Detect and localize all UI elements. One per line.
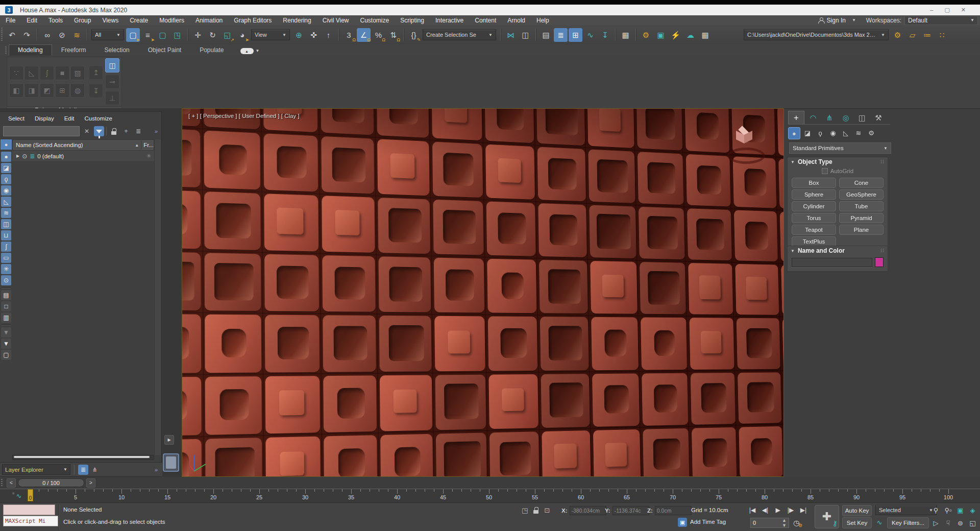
select-and-move-button[interactable]: ✛	[191, 28, 205, 42]
bind-to-space-warp-button[interactable]: ≋	[70, 28, 84, 42]
space-warps-category-button[interactable]: ≋	[853, 127, 864, 138]
display-hidden-toggle[interactable]: ⊙	[1, 275, 11, 285]
subobject-vertex-button[interactable]: ∵	[9, 66, 23, 80]
mirror-button[interactable]: ⋈	[504, 28, 518, 42]
menu-tools[interactable]: Tools	[43, 15, 68, 25]
minimize-button[interactable]: –	[930, 7, 933, 13]
key-filters-button[interactable]: Key Filters...	[887, 517, 929, 528]
display-tab[interactable]: ◫	[854, 111, 870, 124]
display-links-toggle[interactable]: ʃ	[1, 242, 11, 252]
toggle-scene-explorer-button[interactable]: ▤	[539, 28, 553, 42]
expand-arrow-icon[interactable]: ▶	[16, 154, 19, 158]
explorer-menu-edit[interactable]: Edit	[59, 113, 80, 123]
toggle-ribbon-button[interactable]: ⊞	[569, 28, 582, 42]
rollout-grip-icon[interactable]: ⁞⁞	[880, 159, 885, 164]
name-color-header[interactable]: ▼ Name and Color ⁞⁞	[788, 246, 888, 255]
display-cameras-toggle[interactable]: ◉	[1, 185, 11, 196]
select-and-place-button[interactable]: ◕➤	[235, 28, 249, 42]
go-to-end-button[interactable]: ▶|	[797, 504, 810, 516]
name-column-header[interactable]: Name (Sorted Ascending)	[16, 142, 83, 148]
zoom-extents-button[interactable]: ▣	[954, 504, 966, 516]
select-and-manipulate-button[interactable]: ✜	[307, 28, 321, 42]
redo-button[interactable]: ↷	[20, 28, 34, 42]
sign-in-caret-icon[interactable]: ▼	[852, 18, 856, 22]
select-object-button[interactable]: ▢➤	[126, 28, 140, 42]
zoom-extents-all-button[interactable]: ◈	[967, 504, 978, 516]
primitive-cylinder-button[interactable]: Cylinder	[792, 201, 836, 211]
primitive-tube-button[interactable]: Tube	[839, 201, 884, 211]
pan-button[interactable]: ☟	[942, 517, 954, 528]
rollout-grip-icon[interactable]: ⁞⁞	[880, 248, 885, 253]
project-folder-dropdown[interactable]: C:\Users\jackd\OneDrive\Documentos\3ds M…	[744, 29, 889, 40]
curve-editor-button[interactable]: ∿	[583, 28, 597, 42]
reference-coordinate-system-dropdown[interactable]: View▼	[251, 29, 290, 40]
menu-create[interactable]: Create	[124, 15, 154, 25]
time-slider-marker[interactable]: 0	[28, 489, 33, 501]
snaps-toggle-3d-button[interactable]: 3Ω	[342, 28, 356, 42]
primitive-box-button[interactable]: Box	[792, 178, 836, 188]
toggle-layer-explorer-button[interactable]: ≣	[554, 28, 568, 42]
geometry-category-button[interactable]: ●	[788, 127, 800, 139]
edit-named-selection-sets-button[interactable]: {}✎	[407, 28, 421, 42]
z-value-field[interactable]: 0.0cm	[655, 506, 692, 515]
display-helpers-toggle[interactable]: ◺	[1, 197, 11, 207]
ribbon-tab-populate[interactable]: Populate	[190, 44, 233, 56]
clear-search-button[interactable]: ✕	[82, 126, 92, 136]
menu-customize[interactable]: Customize	[355, 15, 395, 25]
scrollbar-thumb[interactable]	[14, 456, 150, 458]
timeline-ruler[interactable]: 0510152025303540455055606570758085909510…	[0, 489, 980, 503]
menu-views[interactable]: Views	[96, 15, 124, 25]
maxscript-mini-listener-input[interactable]: MAXScript Mi	[3, 516, 58, 526]
collapse-stack-up-button[interactable]: ↥	[89, 65, 103, 80]
lock-explorer-button[interactable]	[109, 126, 119, 136]
primitive-textplus-button[interactable]: TextPlus	[792, 236, 836, 247]
menu-modifiers[interactable]: Modifiers	[154, 15, 190, 25]
visibility-eye-icon[interactable]: ⊙	[22, 153, 27, 160]
percent-snap-toggle-button[interactable]: %Ω	[372, 28, 385, 42]
use-pivot-point-center-button[interactable]: ⊕	[292, 28, 306, 42]
time-configuration-button[interactable]: ◷⚙	[790, 518, 802, 528]
selection-lock-toggle[interactable]	[533, 507, 538, 514]
ribbon-minimize-caret-icon[interactable]: ▼	[256, 49, 260, 53]
previous-frame-button[interactable]: ◀|	[759, 504, 771, 516]
primitive-teapot-button[interactable]: Teapot	[792, 225, 836, 235]
explorer-type-dropdown[interactable]: Layer Explorer ▼	[2, 464, 70, 475]
selection-region-icon[interactable]: ◳	[522, 506, 528, 514]
rectangular-selection-region-button[interactable]: ▢	[156, 28, 169, 42]
menu-edit[interactable]: Edit	[21, 15, 43, 25]
project-structure-button[interactable]: ≔	[920, 28, 934, 42]
perspective-viewport[interactable]: [ + ] [ Perspective ] [ User Defined ] […	[182, 108, 784, 477]
display-bones-toggle[interactable]: ◫	[1, 219, 11, 229]
viewcube-cube-icon[interactable]	[736, 126, 753, 143]
viewport-label[interactable]: [ + ] [ Perspective ] [ User Defined ] […	[188, 113, 300, 119]
isolate-selection-toggle[interactable]: ▣	[678, 518, 687, 527]
set-key-button[interactable]: Set Key	[842, 517, 872, 528]
expand-panel-button[interactable]: ▶	[164, 435, 174, 445]
maxscript-mini-listener-output[interactable]	[3, 504, 55, 515]
soft-selection-button[interactable]: ◍	[70, 83, 85, 98]
menu-scripting[interactable]: Scripting	[395, 15, 430, 25]
ribbon-tab-object-paint[interactable]: Object Paint	[139, 44, 190, 56]
set-project-folder-button[interactable]: ⚙	[891, 28, 904, 42]
object-color-swatch[interactable]	[875, 257, 884, 267]
add-time-tag[interactable]: Add Time Tag	[690, 519, 726, 525]
frozen-column-header[interactable]: Fr...	[143, 142, 154, 148]
select-and-scale-button[interactable]: ◱↗	[220, 28, 234, 42]
primitive-category-dropdown[interactable]: Standard Primitives ▼	[789, 142, 891, 154]
render-production-button[interactable]: ⚡	[669, 28, 682, 42]
menu-graph-editors[interactable]: Graph Editors	[228, 15, 277, 25]
shapes-category-button[interactable]: ◪	[802, 127, 813, 138]
subobject-polygon-button[interactable]: ■	[55, 66, 69, 80]
ribbon-tab-selection[interactable]: Selection	[95, 44, 138, 56]
current-frame-field[interactable]: 0 ▲▼	[750, 518, 789, 528]
layer-tools-button[interactable]: ≣	[133, 126, 143, 136]
layer-row[interactable]: ▶⊙≣0 (default)✳	[12, 151, 154, 162]
viewcube[interactable]	[727, 125, 763, 161]
preview-subobject-3-button[interactable]: ◩	[40, 83, 54, 98]
hierarchy-tab[interactable]: ⋔	[822, 111, 837, 124]
material-editor-button[interactable]: ▦	[619, 28, 632, 42]
explorer-menu-customize[interactable]: Customize	[80, 113, 117, 123]
pivot-mode-button[interactable]: ⊞	[55, 83, 69, 98]
timeslider-drag-handle[interactable]	[1, 479, 3, 487]
display-shapes-toggle[interactable]: ◪	[1, 163, 11, 173]
